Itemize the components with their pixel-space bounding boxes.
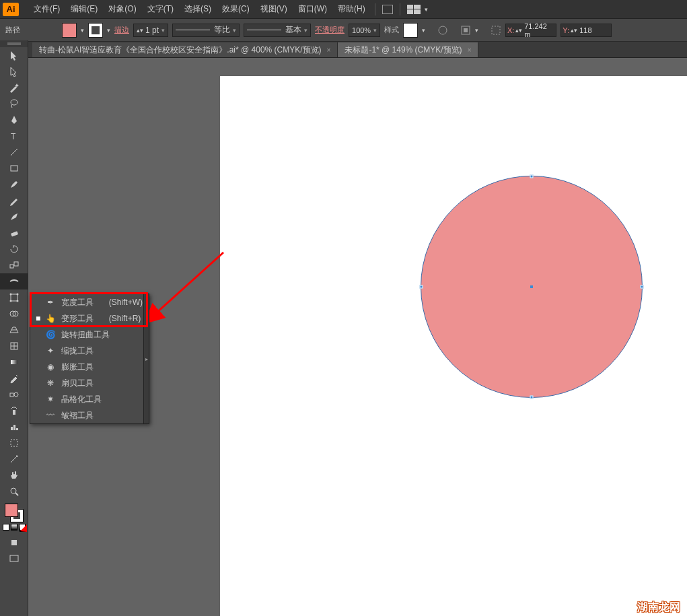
anchor-point[interactable] bbox=[530, 396, 534, 399]
mesh-tool[interactable] bbox=[0, 338, 28, 354]
x-field[interactable]: X:▴▾71.242 m bbox=[505, 24, 556, 37]
gradient-tool[interactable] bbox=[0, 354, 28, 370]
eraser-tool[interactable] bbox=[0, 225, 28, 241]
svg-point-15 bbox=[17, 300, 19, 302]
line-tool[interactable] bbox=[0, 144, 28, 160]
align-icon[interactable] bbox=[460, 25, 471, 36]
menu-window[interactable]: 窗口(W) bbox=[293, 0, 332, 19]
menu-effect[interactable]: 效果(C) bbox=[217, 0, 255, 19]
slice-tool[interactable] bbox=[0, 451, 28, 467]
stroke-weight-dropdown[interactable]: ▴▾1 pt bbox=[133, 24, 168, 37]
warp-icon: 👆 bbox=[45, 313, 56, 324]
free-transform-tool[interactable] bbox=[0, 289, 28, 306]
svg-rect-31 bbox=[11, 540, 17, 545]
recolor-icon[interactable] bbox=[437, 25, 448, 36]
transform-icon[interactable] bbox=[491, 25, 501, 36]
menu-view[interactable]: 视图(V) bbox=[255, 0, 293, 19]
screen-mode[interactable] bbox=[0, 551, 28, 567]
svg-line-30 bbox=[15, 493, 18, 495]
perspective-grid-tool[interactable] bbox=[0, 322, 28, 338]
zoom-tool[interactable] bbox=[0, 483, 28, 500]
tools-panel: T bbox=[0, 40, 28, 616]
center-point bbox=[530, 285, 533, 288]
anchor-point[interactable] bbox=[530, 175, 534, 178]
svg-text:T: T bbox=[11, 132, 16, 141]
stroke-swatch[interactable] bbox=[88, 23, 103, 38]
eyedropper-tool[interactable] bbox=[0, 370, 28, 386]
anchor-point[interactable] bbox=[641, 285, 644, 289]
svg-rect-26 bbox=[13, 425, 15, 430]
artboard[interactable] bbox=[220, 76, 687, 616]
blob-brush-tool[interactable] bbox=[0, 209, 28, 225]
flyout-wrinkle-tool[interactable]: 〰皱褶工具 bbox=[30, 407, 149, 423]
column-graph-tool[interactable] bbox=[0, 419, 28, 435]
menu-type[interactable]: 文字(T) bbox=[142, 0, 179, 19]
close-icon[interactable]: × bbox=[327, 46, 331, 54]
selection-tool[interactable] bbox=[0, 47, 28, 63]
paintbrush-tool[interactable] bbox=[0, 176, 28, 193]
rotate-tool[interactable] bbox=[0, 241, 28, 257]
menu-bar: Ai 文件(F) 编辑(E) 对象(O) 文字(T) 选择(S) 效果(C) 视… bbox=[0, 0, 687, 19]
menu-object[interactable]: 对象(O) bbox=[103, 0, 141, 19]
document-tab-2[interactable]: 未标题-1* @ 149% (CMYK/预览)× bbox=[338, 42, 478, 57]
flyout-twirl-tool[interactable]: 🌀旋转扭曲工具 bbox=[30, 327, 149, 343]
scale-tool[interactable] bbox=[0, 257, 28, 273]
stroke-label[interactable]: 描边 bbox=[114, 25, 129, 35]
pencil-tool[interactable] bbox=[0, 193, 28, 209]
type-tool[interactable]: T bbox=[0, 128, 28, 144]
fill-stroke-swatches[interactable] bbox=[5, 504, 24, 522]
shape-builder-tool[interactable] bbox=[0, 306, 28, 322]
pen-tool[interactable] bbox=[0, 112, 28, 128]
svg-rect-3 bbox=[492, 26, 500, 34]
artboard-tool[interactable] bbox=[0, 435, 28, 451]
anchor-point[interactable] bbox=[420, 285, 423, 289]
style-label: 样式 bbox=[384, 25, 399, 35]
magic-wand-tool[interactable] bbox=[0, 79, 28, 96]
svg-point-14 bbox=[10, 300, 12, 302]
menu-file[interactable]: 文件(F) bbox=[28, 0, 65, 19]
style-swatch[interactable] bbox=[403, 23, 418, 38]
flyout-warp-tool[interactable]: ■👆变形工具 (Shift+R) bbox=[30, 310, 149, 327]
y-field[interactable]: Y:▴▾118 bbox=[561, 24, 612, 37]
ellipse-object[interactable] bbox=[421, 176, 643, 398]
lasso-tool[interactable] bbox=[0, 96, 28, 112]
flyout-crystallize-tool[interactable]: ✷晶格化工具 bbox=[30, 391, 149, 407]
flyout-pucker-tool[interactable]: ✦缩拢工具 bbox=[30, 343, 149, 359]
menu-edit[interactable]: 编辑(E) bbox=[65, 0, 103, 19]
pucker-icon: ✦ bbox=[45, 345, 56, 356]
svg-rect-9 bbox=[10, 265, 13, 268]
blend-tool[interactable] bbox=[0, 386, 28, 403]
document-tab-1[interactable]: 转曲-松鼠AI智适应教育《全国合作校校区安全指南》.ai* @ 400% (CM… bbox=[32, 42, 338, 57]
flyout-tearoff[interactable] bbox=[143, 294, 149, 423]
svg-rect-32 bbox=[10, 555, 18, 561]
flyout-scallop-tool[interactable]: ❋扇贝工具 bbox=[30, 375, 149, 391]
fill-swatch[interactable] bbox=[62, 23, 77, 38]
svg-rect-8 bbox=[11, 231, 18, 236]
draw-mode-normal[interactable] bbox=[0, 535, 28, 551]
color-mode-toggle[interactable] bbox=[3, 524, 26, 531]
profile-dropdown[interactable]: 等比 bbox=[172, 24, 240, 37]
direct-selection-tool[interactable] bbox=[0, 63, 28, 79]
opacity-dropdown[interactable]: 100% bbox=[349, 24, 380, 37]
width-tool[interactable] bbox=[0, 273, 28, 289]
width-icon: ✒ bbox=[45, 297, 56, 308]
flyout-bloat-tool[interactable]: ◉膨胀工具 bbox=[30, 359, 149, 375]
rectangle-tool[interactable] bbox=[0, 160, 28, 176]
control-bar: 路径 ▾ ▾ 描边 ▴▾1 pt 等比 基本 不透明度 100% 样式 ▾ ▾ … bbox=[0, 19, 687, 42]
arrange-docs-icon[interactable] bbox=[407, 5, 421, 14]
menu-select[interactable]: 选择(S) bbox=[179, 0, 217, 19]
selection-type-label: 路径 bbox=[5, 25, 20, 35]
document-tabs: 转曲-松鼠AI智适应教育《全国合作校校区安全指南》.ai* @ 400% (CM… bbox=[0, 42, 687, 58]
opacity-label[interactable]: 不透明度 bbox=[315, 25, 345, 35]
symbol-sprayer-tool[interactable] bbox=[0, 403, 28, 419]
width-tool-flyout: ✒宽度工具 (Shift+W) ■👆变形工具 (Shift+R) 🌀旋转扭曲工具… bbox=[30, 294, 149, 424]
svg-rect-11 bbox=[11, 294, 17, 301]
close-icon[interactable]: × bbox=[468, 46, 472, 54]
menu-help[interactable]: 帮助(H) bbox=[332, 0, 371, 19]
wrinkle-icon: 〰 bbox=[45, 410, 56, 421]
hand-tool[interactable] bbox=[0, 467, 28, 483]
panel-handle[interactable] bbox=[0, 40, 28, 47]
flyout-width-tool[interactable]: ✒宽度工具 (Shift+W) bbox=[30, 294, 149, 310]
brush-dropdown[interactable]: 基本 bbox=[244, 24, 311, 37]
document-setup-icon[interactable] bbox=[382, 5, 393, 14]
